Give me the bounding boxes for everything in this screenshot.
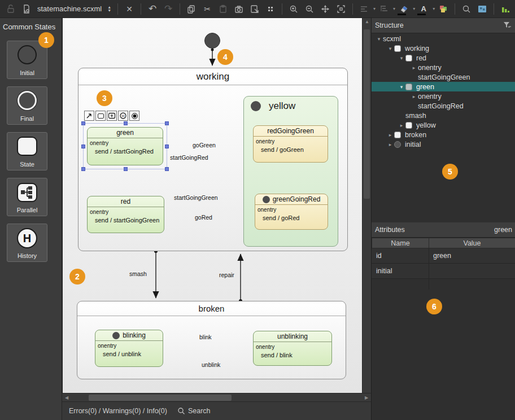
tree-item-green-onentry[interactable]: ▸ onentry [372,91,515,101]
search-icon[interactable] [459,2,474,16]
grid-icon[interactable] [263,2,278,16]
filter-icon[interactable] [503,21,512,30]
close-icon[interactable]: ✕ [122,2,137,16]
add-parallel-icon[interactable] [107,111,117,121]
palette-item-history[interactable]: H History [7,224,47,262]
attributes-header: Attributes green [372,222,515,238]
transition-label-startGoingGreen[interactable]: startGoingGreen [174,194,218,201]
table-row[interactable]: id green [372,248,515,264]
add-final-icon[interactable] [129,111,139,121]
vertical-scrollbar[interactable]: ▲ [362,18,371,393]
initial-pseudostate[interactable] [204,33,220,49]
initial-state-icon [394,141,401,148]
camera-icon[interactable] [232,2,246,16]
tree-item-yellow[interactable]: ▸ yellow [372,120,515,130]
issues-summary[interactable]: Errors(0) / Warnings(0) / Info(0) [69,407,167,415]
font-color-icon[interactable]: A [416,2,431,16]
palette-item-state[interactable]: State [7,132,47,170]
column-header-name[interactable]: Name [372,238,429,248]
tree-item-green-selected[interactable]: ▾ green [372,82,515,91]
state-red[interactable]: red onentry send / startGoingGreen [87,196,164,233]
transition-label-startGoingRed[interactable]: startGoingRed [170,154,208,161]
transition-label-goRed[interactable]: goRed [195,214,212,221]
transition-label-repair[interactable]: repair [219,272,234,278]
state-chart-canvas[interactable]: working yellow redGoingGreen onentry sen… [62,18,362,393]
tree-item-startGoingRed[interactable]: startGoingRed [372,101,515,111]
scroll-left-icon[interactable]: ◀ [62,395,71,400]
lock-icon[interactable] [3,2,18,16]
state-greenGoingRed[interactable]: greenGoingRed onentry send / goRed [255,194,328,230]
add-history-icon[interactable]: H [118,111,128,121]
font-color-caret[interactable]: ▾ [433,6,435,11]
scroll-up-icon[interactable]: ▲ [363,19,372,24]
palette-item-parallel[interactable]: Parallel [7,178,47,216]
tree-item-red-onentry[interactable]: ▸ onentry [372,63,515,72]
fill-color-caret[interactable]: ▾ [413,6,415,11]
state-yellow-title[interactable]: yellow [269,100,295,112]
chevron-down-icon[interactable]: ▾ [398,84,405,90]
tree-item-initial[interactable]: ▸ initial [372,139,515,149]
column-header-value[interactable]: Value [429,238,515,248]
statistics-icon[interactable] [498,2,513,16]
state-icon [394,45,401,52]
zoom-out-icon[interactable] [302,2,317,16]
file-icon [19,2,34,16]
chevron-down-icon[interactable]: ▾ [375,36,383,42]
tree-item-scxml[interactable]: ▾ scxml [372,34,515,43]
state-unblinking[interactable]: unblinking onentry send / blink [253,331,332,366]
scroll-right-icon[interactable]: ▶ [362,395,371,400]
chevron-right-icon[interactable]: ▸ [398,123,405,128]
transition-label-blink[interactable]: blink [199,334,212,340]
zoom-in-icon[interactable] [286,2,301,16]
adjust-caret[interactable]: ▾ [393,6,395,11]
chevron-down-icon[interactable]: ▾ [398,55,405,61]
state-broken-title[interactable]: broken [77,301,346,316]
fill-color-icon[interactable] [396,2,411,16]
horizontal-scroll-thumb[interactable] [89,395,232,401]
colors-icon[interactable] [436,2,451,16]
structure-header: Structure [372,18,515,33]
pan-icon[interactable] [318,2,333,16]
redo-icon[interactable]: ↷ [161,2,176,16]
selection-outline[interactable] [83,123,167,169]
state-icon [405,122,412,129]
state-working-title[interactable]: working [78,68,347,85]
state-blinking[interactable]: blinking onentry send / unblink [95,330,163,367]
tree-item-red[interactable]: ▾ red [372,53,515,63]
table-row[interactable]: initial [372,264,515,279]
copy-icon[interactable] [184,2,199,16]
chevron-right-icon[interactable]: ▸ [410,65,418,71]
tree-item-smash[interactable]: smash [372,111,515,120]
search-toggle[interactable]: Search [177,407,211,415]
transition-label-smash[interactable]: smash [129,270,147,277]
navigator-icon[interactable] [475,2,490,16]
fit-screen-icon[interactable] [334,2,348,16]
document-selector[interactable]: statemachine.scxml [35,5,106,13]
add-state-icon[interactable] [95,111,106,121]
transition-label-unblink[interactable]: unblink [202,361,220,368]
align-icon[interactable] [357,2,372,16]
chevron-down-icon[interactable]: ▾ [386,46,394,51]
chevron-right-icon[interactable]: ▸ [386,142,394,147]
chevron-right-icon[interactable]: ▸ [386,132,394,138]
cut-icon[interactable]: ✂ [200,2,215,16]
vertical-scroll-thumb[interactable] [364,29,370,199]
palette-item-final[interactable]: Final [7,86,47,125]
tree-item-broken[interactable]: ▸ broken [372,130,515,139]
adjust-icon[interactable] [377,2,391,16]
paste-icon[interactable] [216,2,230,16]
align-caret[interactable]: ▾ [373,6,376,11]
state-redGoingGreen[interactable]: redGoingGreen onentry send / goGreen [253,125,328,163]
tree-item-startGoingGreen[interactable]: startGoingGreen [372,72,515,82]
document-spinner[interactable]: ▲▼ [107,6,111,12]
transition-label-goGreen[interactable]: goGreen [193,142,216,148]
export-image-icon[interactable] [247,2,262,16]
horizontal-scrollbar[interactable]: ◀ ▶ [62,393,371,401]
add-transition-icon[interactable] [84,111,94,121]
annotation-badge-1: 1 [38,32,54,48]
chevron-right-icon[interactable]: ▸ [410,94,418,99]
tree-item-working[interactable]: ▾ working [372,43,515,53]
toolbar: statemachine.scxml ▲▼ ✕ ↶ ↷ ✂ [0,0,515,18]
undo-icon[interactable]: ↶ [145,2,160,16]
right-panel: Structure ▾ scxml ▾ working ▾ red ▸ [371,18,515,420]
